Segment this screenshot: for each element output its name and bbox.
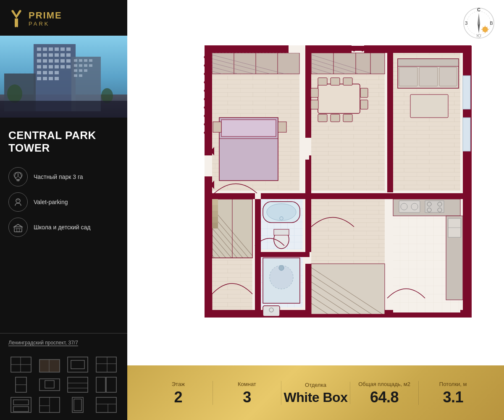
svg-rect-33	[49, 77, 53, 80]
svg-rect-3	[37, 47, 41, 51]
fp-thumb-10	[37, 396, 62, 413]
svg-rect-23	[49, 65, 53, 68]
floor-plan-thumbnails	[0, 350, 127, 420]
stat-floor-value: 2	[174, 390, 183, 405]
svg-rect-32	[43, 77, 47, 80]
svg-rect-60	[14, 227, 22, 232]
stat-finish: Отделка White Box	[281, 382, 350, 404]
stat-floor-label: Этаж	[172, 381, 185, 387]
stat-rooms-label: Комнат	[238, 381, 256, 387]
svg-rect-38	[84, 59, 87, 62]
svg-rect-168	[318, 78, 327, 85]
svg-rect-174	[311, 88, 318, 97]
fp-thumb-8	[94, 376, 119, 393]
svg-point-207	[267, 204, 296, 220]
svg-text:С: С	[477, 7, 480, 12]
svg-rect-37	[79, 59, 82, 62]
svg-rect-52	[0, 101, 127, 118]
svg-rect-236	[212, 211, 218, 217]
svg-rect-20	[66, 59, 71, 63]
svg-line-109	[487, 27, 488, 27]
svg-rect-214	[263, 306, 280, 316]
address-text: Ленинградский проспект, 37/7	[8, 340, 78, 346]
svg-rect-10	[43, 53, 47, 57]
logo-text: PRIME PARK	[29, 11, 62, 26]
svg-rect-154	[278, 122, 286, 132]
stat-rooms: Комнат 3	[213, 381, 282, 405]
svg-rect-5	[49, 47, 53, 51]
school-icon	[8, 218, 28, 237]
fp-thumb-2	[37, 356, 62, 373]
svg-rect-25	[60, 65, 65, 68]
fp-thumb-12	[94, 396, 119, 413]
svg-rect-77	[45, 381, 54, 388]
fp-thumb-5	[8, 376, 34, 393]
svg-rect-78	[68, 377, 88, 392]
svg-rect-71	[96, 357, 116, 372]
svg-rect-204	[448, 218, 461, 237]
svg-rect-81	[96, 377, 105, 392]
svg-rect-41	[79, 64, 82, 67]
svg-rect-36	[74, 59, 77, 62]
fp-thumb-9	[8, 396, 34, 413]
svg-rect-123	[205, 45, 289, 53]
stat-area-value: 64.8	[370, 390, 399, 405]
feature-valet-text: Valet-parking	[34, 198, 68, 206]
svg-rect-140	[305, 264, 311, 316]
svg-rect-196	[399, 201, 420, 213]
svg-rect-48	[79, 74, 82, 77]
svg-point-58	[16, 199, 20, 203]
svg-rect-251	[463, 76, 470, 109]
svg-rect-84	[13, 400, 29, 405]
fp-thumb-11	[66, 396, 91, 413]
svg-rect-125	[364, 45, 471, 53]
svg-rect-43	[89, 64, 92, 67]
svg-rect-24	[55, 65, 59, 68]
svg-rect-134	[205, 193, 394, 199]
svg-rect-82	[106, 377, 116, 392]
stat-rooms-value: 3	[243, 390, 251, 405]
svg-text:З: З	[465, 21, 468, 26]
svg-marker-100	[478, 13, 480, 25]
svg-rect-138	[255, 252, 310, 257]
svg-rect-26	[66, 65, 71, 68]
svg-rect-191	[419, 67, 438, 86]
svg-rect-12	[55, 53, 59, 57]
floorplan-svg-container	[131, 8, 491, 361]
svg-rect-46	[84, 69, 87, 72]
svg-rect-22	[43, 65, 47, 68]
svg-line-107	[483, 27, 483, 27]
stat-finish-label: Отделка	[305, 382, 326, 388]
svg-rect-13	[60, 53, 65, 57]
svg-rect-61	[17, 228, 19, 232]
svg-rect-237	[212, 217, 218, 223]
svg-rect-131	[305, 45, 311, 138]
svg-rect-16	[43, 59, 47, 63]
svg-rect-176	[360, 88, 368, 97]
stat-ceiling-value: 3.1	[443, 390, 463, 405]
svg-rect-14	[66, 53, 71, 57]
svg-rect-231	[303, 147, 309, 160]
svg-rect-18	[55, 59, 59, 63]
svg-rect-19	[60, 59, 65, 63]
stat-ceiling: Потолки, м 3.1	[419, 381, 487, 405]
svg-rect-27	[37, 71, 41, 74]
svg-rect-192	[439, 67, 457, 86]
svg-rect-90	[74, 399, 81, 411]
valet-icon	[8, 192, 28, 212]
stat-area-label: Общая площадь, м2	[358, 381, 410, 387]
svg-rect-167	[318, 84, 360, 113]
feature-valet: Valet-parking	[8, 192, 119, 212]
svg-rect-21	[37, 65, 41, 68]
svg-rect-15	[37, 59, 41, 63]
svg-rect-28	[43, 71, 47, 74]
svg-rect-29	[49, 71, 53, 74]
logo-area: PRIME PARK	[0, 0, 127, 36]
svg-rect-170	[343, 78, 352, 85]
stat-ceiling-label: Потолки, м	[439, 381, 467, 387]
features-list: Частный парк 3 га Valet-parking	[0, 163, 127, 241]
building-illustration	[0, 36, 127, 118]
svg-rect-44	[74, 69, 77, 72]
svg-rect-31	[37, 77, 41, 80]
svg-point-102	[483, 27, 488, 32]
